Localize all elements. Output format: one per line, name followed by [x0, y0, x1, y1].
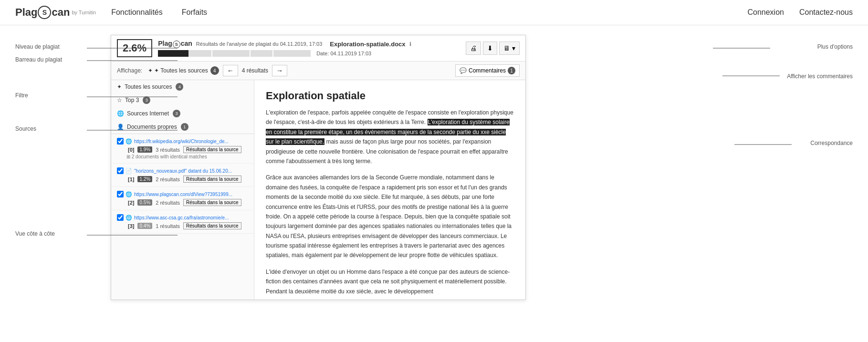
filter-internet[interactable]: 🌐 Sources Internet 3 — [111, 107, 254, 120]
split-content: ✦ Toutes les sources 4 ☆ Top 3 3 🌐 Sourc… — [111, 80, 525, 300]
next-result-button[interactable]: → — [272, 65, 287, 76]
source-1-results: 2 résultats — [156, 176, 180, 182]
source-0-pct: 1.9% — [137, 146, 152, 153]
doc-para-3: L'idée d'envoyer un objet ou un Homme da… — [266, 267, 514, 296]
print-button[interactable]: 🖨 — [466, 41, 481, 55]
source-0-icon: 🌐 — [125, 138, 132, 145]
bar-fill — [158, 50, 188, 57]
toolbar-bar: Affichage: ✦ ✦ Toutes les sources 4 ← 4 … — [111, 62, 525, 80]
plagscan-logo-small: PlagScan — [158, 40, 192, 48]
filter-all-sources-icon: ✦ — [117, 83, 122, 90]
filter-top3-count: 3 — [143, 96, 150, 104]
label-correspondance: Correspondance — [810, 140, 853, 146]
filter-top3-label: Top 3 — [125, 97, 139, 104]
navbar: PlagScan by Turnitin Fonctionnalités For… — [0, 0, 868, 25]
source-3-checkbox[interactable] — [117, 214, 124, 221]
source-1-icon: 📄 — [125, 168, 132, 174]
source-3-icon: 🌐 — [125, 215, 132, 221]
comments-button[interactable]: 💬 Commentaires 1 — [455, 64, 520, 77]
right-panel: Exploration spatiale L'exploration de l'… — [254, 80, 525, 300]
label-filtre: Filtre — [15, 92, 28, 99]
source-2-icon: 🌐 — [125, 191, 132, 197]
source-1-url[interactable]: "horizons_nouveaux.pdf" datant du 15.06.… — [134, 168, 232, 174]
download-button[interactable]: ⬇ — [483, 41, 497, 55]
arrow-filtre — [87, 96, 182, 97]
logo-circle-s: S — [38, 6, 51, 19]
label-barreau-plagiat: Barreau du plagiat — [15, 56, 62, 63]
label-plus-options: Plus d'options — [817, 43, 853, 50]
all-sources-label: ✦ Toutes les sources — [154, 67, 208, 74]
filter-all-sources[interactable]: ✦ Toutes les sources 4 — [111, 80, 254, 93]
bar-tick-3 — [272, 50, 273, 57]
source-0: 🌐 https://fr.wikipedia.org/wiki/Chronolo… — [111, 134, 254, 164]
source-0-url[interactable]: https://fr.wikipedia.org/wiki/Chronologi… — [134, 139, 229, 144]
arrow-vue-cote — [87, 235, 182, 236]
plagiat-bar — [158, 50, 311, 57]
source-3-url[interactable]: https://www.asc-csa.gc.ca/fra/astronomie… — [134, 215, 229, 220]
source-0-sub: ⊞ 2 documents with identical matches — [126, 154, 248, 159]
filter-docs-propres[interactable]: 👤 Documents propres 1 — [111, 120, 254, 134]
source-2-pct: 0.5% — [137, 199, 152, 206]
report-filename: Exploration-spatiale.docx — [330, 41, 405, 48]
all-sources-filter[interactable]: ✦ ✦ Toutes les sources 4 — [148, 66, 219, 75]
nav-connexion[interactable]: Connexion — [747, 8, 784, 17]
logo-sm-circle: S — [173, 41, 180, 48]
source-3-results: 1 résultats — [156, 223, 180, 229]
source-2-results: 2 résultats — [156, 200, 180, 206]
analysis-text: Résultats de l'analyse de plagiat du 04.… — [196, 41, 322, 47]
source-2-btn[interactable]: Résultats dans la source — [183, 199, 241, 206]
nav-right: Connexion Contactez-nous — [747, 8, 853, 17]
filter-internet-label: Sources Internet — [127, 110, 169, 117]
source-0-results: 3 résultats — [156, 147, 180, 153]
prev-result-button[interactable]: ← — [223, 65, 238, 76]
comment-icon: 💬 — [460, 67, 467, 74]
arrow-correspondance — [734, 144, 792, 145]
doc-para-1: L'exploration de l'espace, parfois appel… — [266, 108, 514, 166]
source-0-checkbox[interactable] — [117, 138, 124, 145]
label-niveau-plagiat: Niveau de plagiat — [15, 43, 60, 50]
bar-tick-2 — [250, 50, 251, 57]
filter-internet-count: 3 — [173, 110, 180, 117]
source-2: 🌐 https://www.plagscan.com/dlView?739519… — [111, 187, 254, 210]
arrow-sources — [87, 130, 182, 131]
source-3: 🌐 https://www.asc-csa.gc.ca/fra/astronom… — [111, 210, 254, 234]
source-3-index: [3] — [128, 223, 134, 229]
doc-para-2: Grâce aux avancées allemandes lors de la… — [266, 173, 514, 260]
label-vue-cote: Vue côte à côte — [15, 230, 55, 237]
source-0-btn[interactable]: Résultats dans la source — [183, 146, 241, 153]
comments-count: 1 — [508, 67, 515, 74]
report-actions: 🖨 ⬇ 🖥 ▾ — [466, 41, 520, 55]
filter-all-sources-count: 4 — [176, 83, 183, 91]
all-sources-count: 4 — [210, 66, 219, 75]
monitor-button[interactable]: 🖥 ▾ — [499, 41, 520, 55]
nav-contactez-nous[interactable]: Contactez-nous — [799, 8, 853, 17]
filter-top3-icon: ☆ — [117, 97, 122, 104]
arrow-barreau-plagiat — [87, 60, 182, 61]
bar-tick-1 — [211, 50, 212, 57]
source-3-btn[interactable]: Résultats dans la source — [183, 222, 241, 229]
filter-docs-icon: 👤 — [117, 124, 124, 130]
left-panel: ✦ Toutes les sources 4 ☆ Top 3 3 🌐 Sourc… — [111, 80, 254, 300]
doc-title: Exploration spatiale — [266, 90, 514, 102]
arrow-commentaires — [722, 75, 780, 76]
report-window: 2.6% PlagScan Résultats de l'analyse de … — [111, 35, 526, 300]
nav-forfaits[interactable]: Forfaits — [182, 8, 207, 17]
nav-fonctionnalites[interactable]: Fonctionnalités — [111, 8, 163, 17]
filter-list: ✦ Toutes les sources 4 ☆ Top 3 3 🌐 Sourc… — [111, 80, 254, 134]
source-3-pct: 0.4% — [137, 223, 152, 229]
label-afficher-commentaires: Afficher les commentaires — [787, 73, 853, 80]
logo-by-turnitin: by Turnitin — [72, 10, 96, 15]
source-1-btn[interactable]: Résultats dans la source — [183, 176, 241, 183]
source-1-index: [1] — [128, 176, 134, 182]
source-2-url[interactable]: https://www.plagscan.com/dlView?73951999… — [134, 192, 232, 197]
info-icon[interactable]: ℹ — [409, 41, 411, 47]
source-1-checkbox[interactable] — [117, 167, 124, 174]
filter-top3[interactable]: ☆ Top 3 3 — [111, 93, 254, 107]
arrow-plus-options — [713, 48, 770, 49]
source-2-checkbox[interactable] — [117, 191, 124, 197]
all-sources-star-icon: ✦ — [148, 67, 153, 74]
filter-all-sources-label: Toutes les sources — [125, 83, 172, 90]
arrow-niveau-plagiat — [87, 48, 182, 49]
toolbar-label: Affichage: — [117, 67, 142, 74]
nav-links: Fonctionnalités Forfaits — [111, 8, 207, 17]
